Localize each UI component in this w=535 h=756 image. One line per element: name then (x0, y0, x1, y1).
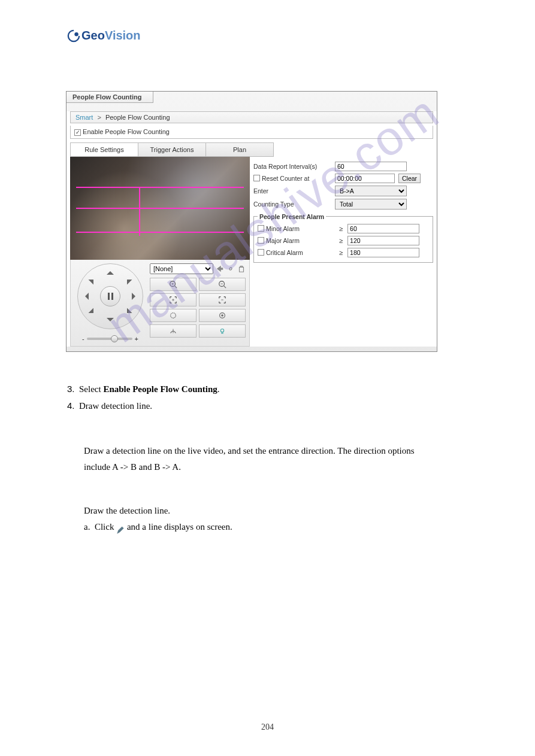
step-number: 3. (67, 384, 75, 394)
window-body: Smart > People Flow Counting Enable Peop… (67, 111, 437, 347)
iris-close-button[interactable] (199, 309, 246, 322)
video-preview[interactable] (70, 157, 250, 260)
ptz-up-icon[interactable] (107, 268, 114, 275)
detection-line-vertical (139, 187, 140, 236)
row-enter: Enter B->A (253, 186, 433, 196)
ptz-upright-icon[interactable] (122, 274, 132, 284)
minor-checkbox[interactable] (258, 225, 264, 232)
reset-time-input[interactable] (335, 174, 395, 183)
reset-checkbox[interactable] (253, 175, 260, 181)
ptz-right-icon[interactable] (132, 293, 139, 300)
substep-text-b: and a line displays on screen. (127, 522, 232, 532)
major-label-wrap: Major Alarm (258, 237, 335, 244)
ptz-downright-icon[interactable] (122, 308, 132, 318)
interval-label: Data Report Interval(s) (253, 163, 331, 170)
clear-button[interactable]: Clear (398, 174, 421, 183)
wiper-button[interactable] (150, 324, 197, 338)
sub-tabs: Rule Settings Trigger Actions Plan (70, 142, 274, 157)
window-tab[interactable]: People Flow Counting (67, 92, 153, 103)
svg-line-6 (224, 286, 226, 288)
interval-input[interactable] (335, 162, 407, 171)
slider-thumb-icon[interactable] (111, 335, 118, 342)
ptz-control-panel: - + [None] (70, 260, 250, 347)
goto-preset-icon[interactable] (216, 265, 224, 273)
zoom-in-button[interactable] (150, 278, 197, 291)
major-label: Major Alarm (266, 237, 300, 244)
light-button[interactable] (199, 324, 246, 338)
ptz-pause-button[interactable] (100, 286, 120, 306)
critical-input[interactable] (347, 248, 419, 257)
substep-intro: Draw the detection line. (84, 506, 170, 515)
critical-label-wrap: Critical Alarm (258, 249, 335, 256)
slider-plus[interactable]: + (135, 335, 138, 342)
pencil-icon (116, 524, 125, 532)
svg-point-13 (221, 314, 223, 317)
step-number: 4. (67, 400, 75, 411)
breadcrumb-link-smart[interactable]: Smart (75, 114, 93, 121)
enter-select[interactable]: B->A (335, 186, 407, 196)
content-row: - + [None] (70, 157, 433, 347)
people-present-alarm-group: People Present Alarm Minor Alarm ≥ Major… (253, 213, 433, 263)
enable-label: Enable People Flow Counting (83, 128, 170, 135)
step-4-detail: Draw a detection line on the live video,… (67, 443, 439, 475)
focus-near-button[interactable] (150, 293, 197, 306)
svg-point-11 (171, 312, 176, 318)
link-preset-icon[interactable] (226, 265, 235, 273)
tab-trigger-actions[interactable]: Trigger Actions (138, 143, 206, 156)
ptz-left-icon[interactable] (81, 293, 89, 300)
logo-text: GeoVision (81, 29, 141, 42)
reset-label: Reset Counter at (262, 175, 309, 182)
major-checkbox[interactable] (258, 237, 264, 244)
settings-column: Data Report Interval(s) Reset Counter at… (253, 157, 433, 347)
row-critical-alarm: Critical Alarm ≥ (258, 248, 429, 257)
logo-text-a: Geo (81, 29, 105, 42)
minor-label: Minor Alarm (266, 225, 300, 232)
ge-symbol: ≥ (339, 225, 343, 232)
minor-input[interactable] (347, 224, 419, 233)
breadcrumb-current: People Flow Counting (105, 114, 170, 121)
detection-line-horizontal (76, 208, 244, 209)
minor-label-wrap: Minor Alarm (258, 225, 335, 232)
step-text: Select (79, 384, 103, 394)
alarm-legend: People Present Alarm (258, 213, 326, 220)
iris-open-button[interactable] (150, 309, 197, 322)
major-input[interactable] (347, 236, 419, 245)
logo-mark-icon (67, 29, 80, 42)
step-3: 3. Select Enable People Flow Counting. 4… (67, 381, 439, 414)
ptz-down-icon[interactable] (107, 318, 114, 325)
ptz-downleft-icon[interactable] (89, 308, 99, 318)
step-text: Draw detection line. (79, 401, 152, 411)
step-period: . (217, 384, 220, 394)
logo-text-b: Vision (105, 29, 141, 42)
enter-label: Enter (253, 187, 331, 195)
enable-checkbox[interactable] (74, 129, 81, 136)
svg-line-2 (175, 286, 177, 288)
ptz-button-grid (150, 278, 246, 338)
step-4-substeps: Draw the detection line. a. Click and a … (67, 503, 439, 535)
substep-text-a: Click (95, 522, 116, 532)
app-window: People Flow Counting Smart > People Flow… (66, 91, 437, 352)
counting-select[interactable]: Total (335, 199, 407, 210)
critical-label: Critical Alarm (266, 249, 303, 256)
critical-checkbox[interactable] (258, 249, 264, 256)
tab-plan[interactable]: Plan (206, 143, 273, 156)
ptz-upleft-icon[interactable] (89, 274, 99, 284)
enable-row: Enable People Flow Counting (70, 126, 433, 139)
ptz-speed-slider[interactable] (87, 338, 132, 340)
row-reset-counter: Reset Counter at Clear (253, 174, 433, 183)
zoom-out-button[interactable] (199, 278, 246, 291)
row-major-alarm: Major Alarm ≥ (258, 236, 429, 245)
detail-text: Draw a detection line on the live video,… (84, 446, 415, 472)
ge-symbol: ≥ (339, 237, 343, 244)
focus-far-button[interactable] (199, 293, 246, 306)
svg-point-15 (220, 329, 223, 332)
delete-preset-icon[interactable] (237, 265, 246, 273)
slider-minus[interactable]: - (82, 335, 84, 342)
breadcrumb: Smart > People Flow Counting (70, 111, 433, 123)
tab-rule-settings[interactable]: Rule Settings (71, 143, 138, 156)
svg-point-0 (74, 32, 78, 36)
preset-select[interactable]: [None] (150, 263, 213, 274)
row-counting-type: Counting Type Total (253, 199, 433, 210)
counting-label: Counting Type (253, 201, 331, 208)
breadcrumb-sep: > (97, 114, 101, 121)
